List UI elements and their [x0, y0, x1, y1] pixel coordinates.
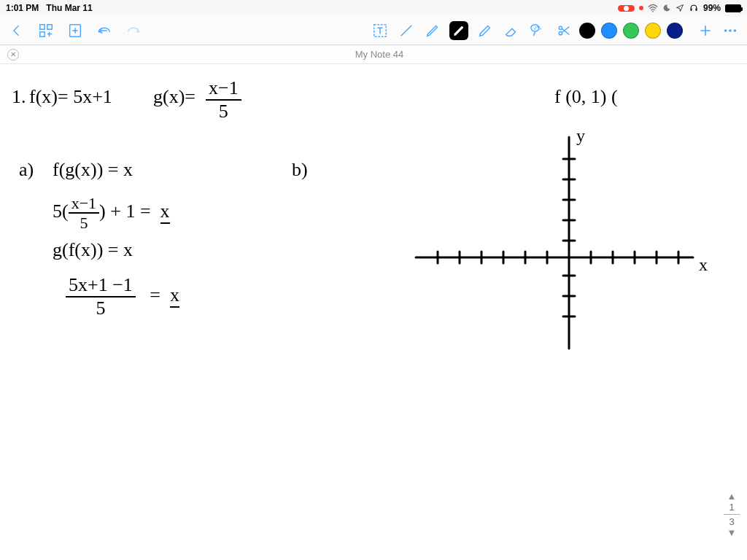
pen-tool-button[interactable] [449, 21, 468, 40]
scissors-tool-button[interactable] [554, 21, 573, 40]
app-toolbar [0, 16, 747, 45]
color-swatch-3[interactable] [645, 23, 661, 39]
svg-point-12 [734, 29, 737, 32]
svg-rect-3 [40, 24, 44, 28]
headphones-icon [689, 4, 699, 12]
redo-button[interactable] [124, 21, 143, 40]
svg-point-0 [652, 11, 654, 12]
page-current: 1 [721, 502, 743, 513]
new-page-button[interactable] [66, 21, 85, 40]
battery-percent: 99% [703, 3, 721, 13]
a-line1: f(g(x)) = x [53, 159, 133, 181]
svg-point-11 [729, 29, 732, 32]
f-definition: f(x)= 5x+1 [29, 86, 112, 108]
color-palette [579, 21, 740, 40]
status-bar: 1:01 PM Thu Mar 11 99% [0, 0, 747, 16]
pencil-tool-button[interactable] [423, 21, 442, 40]
color-swatch-0[interactable] [579, 23, 595, 39]
lasso-tool-button[interactable] [528, 21, 547, 40]
color-swatch-1[interactable] [601, 23, 617, 39]
add-button[interactable] [696, 21, 715, 40]
location-icon [676, 4, 684, 12]
line-tool-button[interactable] [397, 21, 416, 40]
close-button[interactable]: ✕ [7, 49, 19, 61]
color-swatch-4[interactable] [667, 23, 683, 39]
page-stepper: ▲ 1 3 ▼ [721, 491, 743, 538]
part-a-label: a) [19, 159, 34, 181]
page-total: 3 [721, 516, 743, 527]
grid-view-button[interactable] [36, 21, 55, 40]
note-canvas[interactable]: 1. f(x)= 5x+1 g(x)= x−15 a) f(g(x)) = x … [0, 64, 747, 560]
page-down-button[interactable]: ▼ [721, 527, 743, 538]
coordinate-axes [401, 122, 708, 363]
svg-rect-4 [47, 24, 52, 28]
problem-label: 1. [12, 86, 26, 108]
svg-point-10 [724, 29, 727, 32]
a-line2: 5(x−15) + 1 = x [53, 194, 170, 233]
a-line4: 5x+1 −15 = x [66, 274, 179, 319]
document-title-row: ✕ My Note 44 [0, 45, 747, 64]
more-button[interactable] [721, 21, 740, 40]
svg-rect-1 [690, 9, 692, 12]
screen-record-pill[interactable] [618, 5, 635, 12]
svg-rect-5 [40, 31, 44, 36]
status-time: 1:01 PM [6, 3, 39, 13]
text-tool-button[interactable] [371, 21, 390, 40]
recording-dot-icon [639, 6, 643, 10]
color-swatch-2[interactable] [623, 23, 639, 39]
highlighter-tool-button[interactable] [476, 21, 495, 40]
page-up-button[interactable]: ▲ [721, 491, 743, 502]
back-button[interactable] [7, 21, 26, 40]
eraser-tool-button[interactable] [502, 21, 521, 40]
document-title: My Note 44 [355, 49, 403, 60]
svg-rect-2 [695, 9, 697, 12]
y-axis-label: y [576, 126, 585, 147]
part-b-label: b) [292, 159, 308, 181]
g-definition-lhs: g(x)= [153, 86, 196, 108]
moon-icon [662, 4, 671, 12]
f-point-note: f (0, 1) ( [554, 86, 618, 108]
wifi-icon [648, 4, 658, 12]
a-line3: g(f(x)) = x [53, 239, 133, 261]
undo-button[interactable] [95, 21, 114, 40]
battery-icon [725, 4, 741, 12]
g-definition-frac: x−15 [206, 77, 241, 122]
x-axis-label: x [699, 255, 708, 276]
status-date: Thu Mar 11 [46, 3, 92, 13]
